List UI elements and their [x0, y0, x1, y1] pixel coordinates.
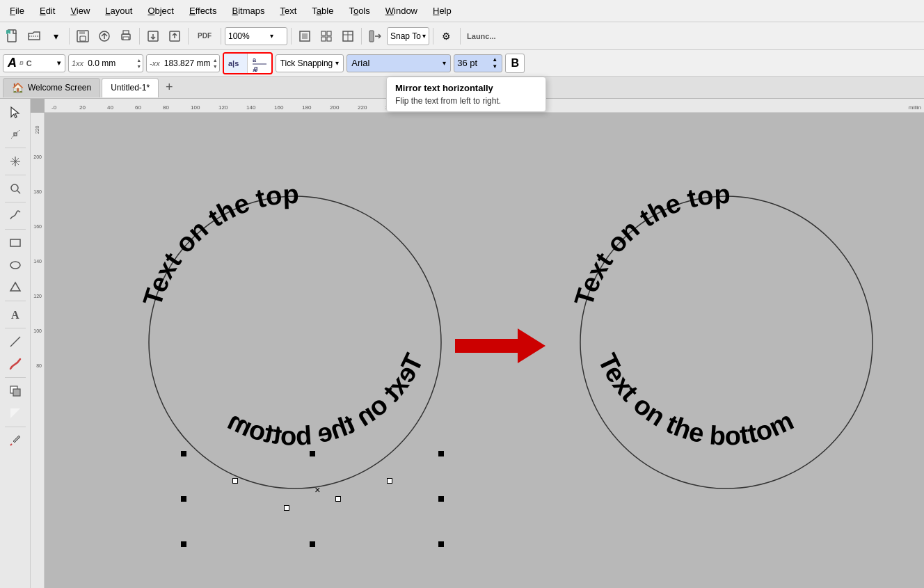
- x-stepper[interactable]: ▲▼: [135, 57, 143, 70]
- menu-help[interactable]: Help: [426, 3, 459, 19]
- menu-layout[interactable]: Layout: [98, 3, 139, 19]
- toolbar-sep-1: [69, 28, 70, 45]
- handle-mr: [438, 496, 444, 502]
- view-grid-button[interactable]: [317, 26, 336, 46]
- svg-text:Text on the bottom: Text on the bottom: [223, 349, 429, 451]
- new-document-button[interactable]: +: [3, 26, 22, 46]
- menu-edit[interactable]: Edit: [33, 3, 62, 19]
- open-dropdown-button[interactable]: ▾: [46, 26, 65, 46]
- open-button[interactable]: [24, 26, 44, 46]
- menu-tools[interactable]: Tools: [342, 3, 376, 19]
- zoom-tool[interactable]: [3, 178, 27, 199]
- tick-snapping-button[interactable]: Tick Snapping ▾: [276, 54, 344, 72]
- y-coord-input[interactable]: 183.827 mm: [163, 58, 212, 68]
- transparency-tool[interactable]: [3, 403, 27, 424]
- font-size-input[interactable]: 36 pt: [457, 58, 492, 68]
- font-size-group: 36 pt ▲ ▼: [454, 54, 502, 72]
- menu-object[interactable]: Object: [141, 3, 181, 19]
- import-button[interactable]: [143, 26, 163, 46]
- ellipse-tool[interactable]: [3, 255, 27, 276]
- font-family-chevron: ▾: [443, 59, 446, 67]
- left-toolbar: A: [0, 99, 31, 588]
- svg-text:a: a: [253, 56, 257, 63]
- toolbar2: A B C ▾ 1xx 0.0 mm ▲▼ -xx 183.827 mm ▲▼ …: [0, 50, 924, 77]
- line-tool[interactable]: [3, 331, 27, 352]
- print-button[interactable]: [116, 26, 136, 46]
- pdf-button[interactable]: PDF: [192, 26, 217, 46]
- menu-window[interactable]: Window: [379, 3, 424, 19]
- svg-text:Text on the bottom: Text on the bottom: [593, 349, 798, 451]
- svg-line-37: [10, 337, 20, 347]
- menu-bitmaps[interactable]: Bitmaps: [225, 3, 271, 19]
- handle-path-2: [284, 505, 289, 511]
- node-tool[interactable]: [3, 124, 27, 145]
- transform-tool[interactable]: [3, 151, 27, 172]
- rectangle-tool[interactable]: [3, 232, 27, 253]
- save-button[interactable]: [73, 26, 93, 46]
- svg-rect-15: [327, 31, 331, 35]
- tab-welcome-label: Welcome Screen: [28, 83, 91, 93]
- zoom-dropdown-button[interactable]: ▾: [270, 32, 273, 40]
- toolbar-sep-4: [221, 28, 221, 45]
- font-family-select[interactable]: Arial ▾: [346, 54, 451, 72]
- bold-button[interactable]: B: [505, 54, 525, 73]
- menu-effects[interactable]: Effects: [182, 3, 224, 19]
- tab-add-button[interactable]: +: [160, 79, 178, 97]
- canvas-page-1: Text on the top Text on the bottom: [142, 120, 455, 551]
- zoom-input[interactable]: 100%: [228, 31, 270, 41]
- lt-sep-6: [5, 328, 26, 328]
- shadow-tool[interactable]: [3, 381, 27, 402]
- toolbar-sep-8: [460, 28, 461, 45]
- y-coord-group: -xx 183.827 mm ▲▼: [146, 54, 220, 72]
- mirror-horizontal-button[interactable]: a|s: [224, 54, 248, 73]
- tab-welcome[interactable]: 🏠 Welcome Screen: [3, 78, 100, 97]
- menu-file[interactable]: File: [3, 3, 31, 19]
- svg-marker-41: [10, 408, 20, 418]
- canvas-page-2: Text on the top Text on the bottom: [573, 120, 886, 551]
- x-coord-input[interactable]: 0.0 mm: [86, 58, 135, 68]
- calligraphy-tool[interactable]: [3, 353, 27, 374]
- menu-view[interactable]: View: [63, 3, 97, 19]
- toolbar-sep-2: [139, 28, 140, 45]
- svg-rect-9: [123, 37, 129, 40]
- tooltip-description: Flip the text from left to right.: [395, 96, 537, 106]
- tab-document[interactable]: Untitled-1*: [102, 78, 159, 97]
- svg-rect-4: [79, 31, 85, 34]
- menu-table[interactable]: Table: [305, 3, 340, 19]
- polygon-tool[interactable]: [3, 277, 27, 298]
- y-stepper[interactable]: ▲▼: [212, 57, 219, 70]
- svg-rect-39: [13, 389, 20, 396]
- handle-tr: [438, 451, 444, 456]
- toolbar1: + ▾ PDF 100% ▾ Sn: [0, 22, 924, 50]
- font-preview: A B C ▾: [3, 54, 65, 72]
- font-family-value: Arial: [351, 58, 440, 68]
- font-size-stepper[interactable]: ▲ ▼: [492, 56, 497, 70]
- lt-sep-3: [5, 202, 26, 202]
- svg-rect-17: [327, 37, 331, 41]
- export-button[interactable]: [165, 26, 184, 46]
- freehand-tool[interactable]: [3, 205, 27, 226]
- handle-path-1: [232, 478, 238, 484]
- launch-button[interactable]: Launc...: [464, 26, 499, 46]
- view-table-button[interactable]: [338, 26, 358, 46]
- font-dropdown-arrow[interactable]: ▾: [57, 59, 61, 67]
- text-tool[interactable]: A: [3, 304, 27, 325]
- svg-text:A: A: [11, 309, 19, 321]
- handle-bm: [310, 541, 315, 547]
- arrow-container: [455, 328, 545, 363]
- select-tool[interactable]: [3, 102, 27, 122]
- snap-btn[interactable]: [365, 26, 385, 46]
- mirror-vertical-button[interactable]: a g g: [248, 54, 271, 73]
- y-label: -xx: [147, 59, 163, 67]
- publish-button[interactable]: [95, 26, 114, 46]
- svg-text:a|s: a|s: [228, 59, 239, 67]
- settings-button[interactable]: ⚙: [437, 26, 456, 46]
- eyedropper-tool[interactable]: [3, 430, 27, 451]
- x-coord-group: 1xx 0.0 mm ▲▼: [68, 54, 143, 72]
- svg-line-42: [10, 444, 12, 445]
- svg-point-34: [10, 262, 20, 269]
- menu-text[interactable]: Text: [273, 3, 303, 19]
- view-full-button[interactable]: [295, 26, 314, 46]
- snap-to-dropdown[interactable]: Snap To ▾: [387, 27, 429, 45]
- snap-to-label: Snap To: [390, 31, 421, 41]
